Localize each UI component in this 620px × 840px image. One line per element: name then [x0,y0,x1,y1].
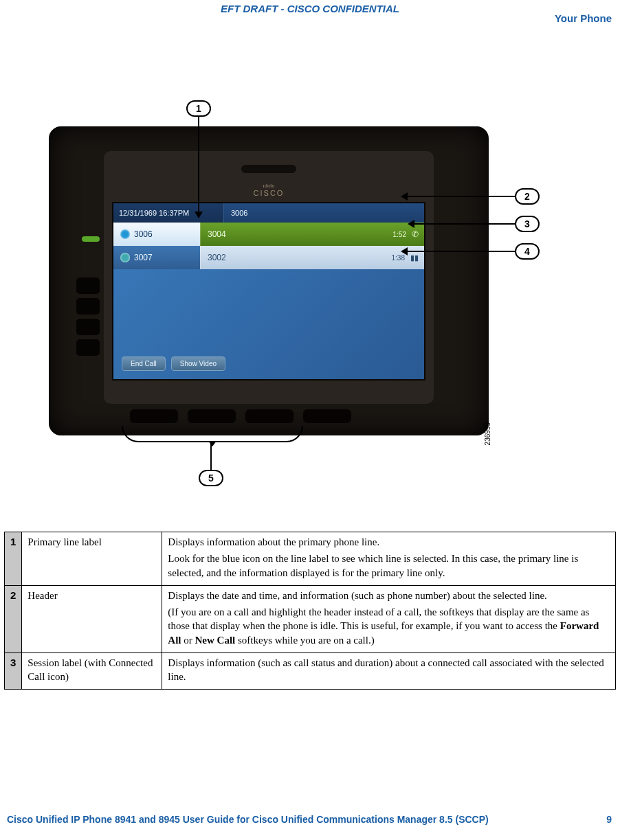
screen-datetime: 12/31/1969 16:37PM [113,203,223,223]
bottom-hardkeys [130,409,351,423]
page-footer: Cisco Unified IP Phone 8941 and 8945 Use… [7,814,612,825]
phone-body: ıılıılıı CISCO 12/31/1969 16:37PM 3006 3… [49,126,489,435]
row-number: 3 [5,652,22,690]
book-title: Cisco Unified IP Phone 8941 and 8945 Use… [7,814,489,825]
arrow-left-icon [401,247,408,256]
row-description: Displays information (such as call statu… [162,652,616,690]
hardkey[interactable] [76,319,100,335]
phone-bezel: ıılıılıı CISCO 12/31/1969 16:37PM 3006 3… [104,151,434,404]
row-name: Session label (with Connected Call icon) [22,652,162,690]
row-description: Displays information about the primary p… [162,532,616,586]
row-name: Primary line label [22,532,162,586]
softkey-end-call[interactable]: End Call [122,356,166,371]
line-row-1: 3006 3004 1:52 ✆ [113,223,424,246]
callout-2: 2 [515,188,540,205]
session-duration: 1:52 [393,231,406,238]
arrow-left-icon [408,220,414,228]
phone-screen: 12/31/1969 16:37PM 3006 3006 3004 1:52 ✆ [112,202,425,381]
row-name: Header [22,585,162,652]
table-row: 1 Primary line label Displays informatio… [5,532,616,586]
image-reference-id: 236999 [484,422,491,445]
callout-4: 4 [515,243,540,260]
hardkey[interactable] [188,409,236,423]
cisco-logo: ıılıılıı CISCO [254,183,285,197]
hardkey[interactable] [130,409,178,423]
hardkey[interactable] [76,298,100,315]
hardkey[interactable] [76,277,100,294]
handset-icon [120,229,130,239]
hardkey[interactable] [303,409,351,423]
screen-header-number: 3006 [223,203,424,223]
session-number: 3004 [208,229,393,239]
arrow-down-icon [195,212,203,218]
softkey-show-video[interactable]: Show Video [171,356,225,371]
left-hardkeys [76,277,100,356]
row-number: 2 [5,585,22,652]
table-row: 2 Header Displays the date and time, and… [5,585,616,652]
page-number: 9 [606,814,612,825]
callout-table: 1 Primary line label Displays informatio… [4,532,616,690]
arrow-left-icon [401,192,408,201]
phone-figure: ıılıılıı CISCO 12/31/1969 16:37PM 3006 3… [49,99,571,490]
speaker-grille [241,165,296,173]
connected-call-icon: ✆ [412,229,419,239]
screen-header-row: 12/31/1969 16:37PM 3006 [113,203,424,223]
callout-5: 5 [199,470,223,486]
line-label: 3007 [134,253,153,262]
line-label: 3006 [134,229,153,239]
session-number: 3002 [208,253,392,262]
callout-3: 3 [515,216,540,232]
chapter-title: Your Phone [555,12,612,24]
callout-1: 1 [186,100,211,117]
hardkey[interactable] [76,339,100,356]
row-description: Displays the date and time, and informat… [162,585,616,652]
hardkey[interactable] [245,409,294,423]
row-number: 1 [5,532,22,586]
led-indicator [82,236,100,242]
brace-icon [122,426,303,442]
line-row-2: 3007 3002 1:38 ▮▮ [113,246,424,269]
handset-icon [120,253,130,262]
table-row: 3 Session label (with Connected Call ico… [5,652,616,690]
page-header: EFT DRAFT - CISCO CONFIDENTIAL Your Phon… [0,0,620,23]
pause-icon: ▮▮ [410,253,419,262]
draft-banner: EFT DRAFT - CISCO CONFIDENTIAL [221,3,399,14]
softkey-bar: End Call Show Video [122,356,225,371]
